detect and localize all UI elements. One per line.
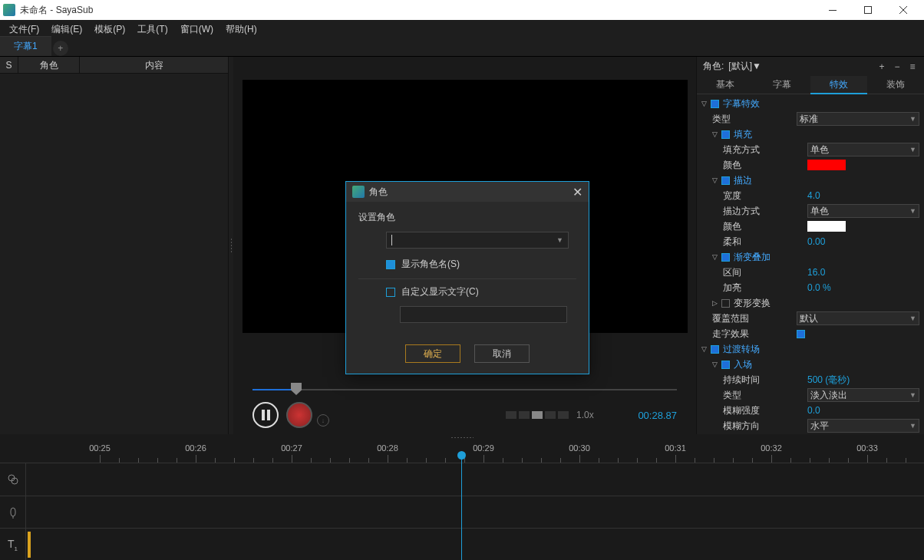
- custom-text-input[interactable]: [400, 306, 567, 323]
- cancel-button[interactable]: 取消: [474, 344, 530, 363]
- show-rolename-label: 显示角色名(S): [401, 258, 460, 271]
- dialog-icon: [352, 186, 365, 198]
- role-combobox[interactable]: ▼: [386, 232, 569, 249]
- custom-text-label: 自定义显示文字(C): [401, 285, 479, 298]
- dialog-titlebar[interactable]: 角色 ✕: [346, 182, 589, 202]
- role-dialog: 角色 ✕ 设置角色 ▼ 显示角色名(S) 自定义显示文字(C) 确定 取消: [345, 181, 589, 374]
- dialog-overlay: 角色 ✕ 设置角色 ▼ 显示角色名(S) 自定义显示文字(C) 确定 取消: [0, 0, 924, 560]
- set-role-label: 设置角色: [358, 211, 576, 224]
- dialog-title-text: 角色: [369, 186, 573, 199]
- custom-text-checkbox[interactable]: [386, 288, 395, 297]
- ok-button[interactable]: 确定: [405, 344, 460, 363]
- dialog-close-button[interactable]: ✕: [573, 185, 582, 199]
- show-rolename-checkbox[interactable]: [386, 260, 395, 269]
